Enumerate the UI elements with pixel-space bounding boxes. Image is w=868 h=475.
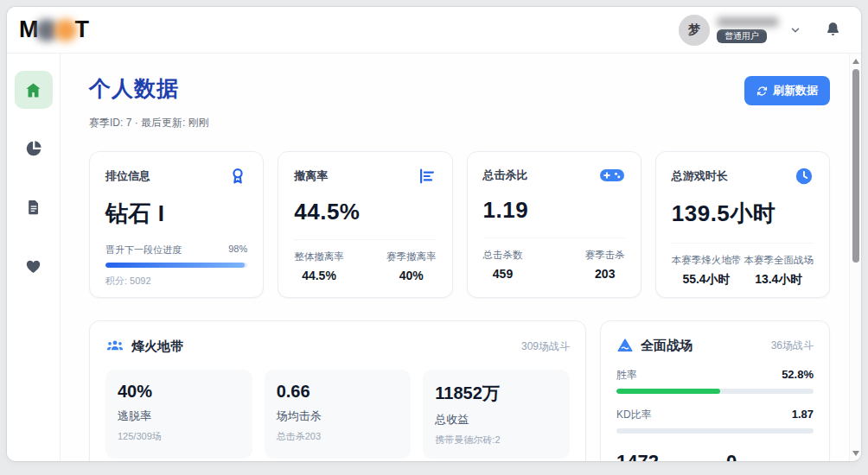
win-rate-value: 52.8% (782, 368, 814, 381)
battlefield-title: 全面战场 (641, 338, 692, 354)
win-rate-fill (616, 389, 720, 394)
rank-card: 排位信息 钻石 I 晋升下一段位进度 98% 积分: 5092 (89, 151, 264, 298)
users-icon (105, 337, 124, 356)
win-rate-track (616, 389, 814, 394)
medal-icon (228, 167, 247, 186)
tactical-battle-count: 309场战斗 (521, 339, 570, 354)
pie-chart-icon (24, 139, 43, 158)
logo-blurred-glyph-orange (54, 19, 77, 41)
vertical-scrollbar[interactable] (849, 54, 861, 461)
battlefield-battle-count: 36场战斗 (771, 339, 814, 353)
playtime-card: 总游戏时长 139.5小时 本赛季烽火地带 55.4小时 本赛季全面战场 13.… (655, 151, 830, 298)
rank-progress-label: 晋升下一段位进度 (105, 244, 182, 256)
sidebar-item-stats[interactable] (15, 130, 53, 168)
tactical-zone-card: 烽火地带 309场战斗 40% 逃脱率 125/309场 0.66 场均击杀 总… (89, 320, 586, 461)
season-meta: 赛季ID: 7 · 最后更新: 刚刚 (89, 116, 830, 130)
sidebar-item-home[interactable] (15, 71, 53, 109)
win-rate-label: 胜率 (616, 368, 637, 383)
rank-card-label: 排位信息 (105, 168, 150, 184)
total-profit-stat: 11852万 总收益 携带曼德尔砖:2 (423, 370, 570, 459)
top-bar: M T 梦 普通用户 (7, 7, 861, 54)
avatar[interactable]: 梦 (679, 15, 710, 46)
rank-value: 钻石 I (105, 199, 247, 229)
refresh-icon (756, 86, 768, 97)
user-menu[interactable]: 梦 普通用户 (679, 15, 801, 46)
extraction-rate-card: 撤离率 44.5% 整体撤离率 44.5% 赛季撤离率 40% (278, 151, 452, 298)
scrollbar-up-arrow[interactable] (852, 59, 859, 64)
escape-rate-stat: 40% 逃脱率 125/309场 (105, 370, 252, 459)
document-icon (25, 199, 42, 216)
battlefield-stat-left: 1472 (616, 451, 659, 461)
rank-progress-fill (105, 263, 245, 268)
logo-letter-t: T (75, 16, 89, 43)
refresh-data-button[interactable]: 刷新数据 (744, 76, 830, 105)
clock-icon (795, 167, 814, 186)
scrollbar-down-arrow[interactable] (852, 451, 859, 456)
main-content: 个人数据 刷新数据 赛季ID: 7 · 最后更新: 刚刚 排位信息 钻石 (61, 54, 849, 461)
kill-ratio-card: 总击杀比 1.19 总击杀数 459 赛季击杀 203 (467, 151, 641, 298)
gamepad-icon (599, 167, 625, 184)
kd-ratio-track (616, 428, 814, 434)
sidebar-item-records[interactable] (15, 188, 53, 226)
scrollbar-thumb[interactable] (852, 69, 859, 263)
battlefield-card: 全面战场 36场战斗 胜率 52.8% KD比率 1.87 (600, 320, 830, 461)
rank-progress-pct: 98% (228, 244, 247, 256)
notification-bell-icon[interactable] (824, 21, 842, 39)
sidebar-item-favorites[interactable] (15, 247, 53, 285)
user-meta: 普通用户 (717, 17, 779, 43)
app-window: M T 梦 普通用户 (7, 7, 861, 461)
avg-kills-stat: 0.66 场均击杀 总击杀203 (265, 370, 412, 459)
sidebar (7, 54, 61, 461)
rank-score: 积分: 5092 (105, 275, 247, 288)
kd-ratio-label: KD比率 (616, 408, 652, 422)
user-role-badge: 普通用户 (717, 29, 767, 43)
tactical-zone-title: 烽火地带 (131, 339, 183, 355)
battlefield-stat-right: 0 (726, 451, 737, 461)
bar-chart-icon (418, 167, 437, 186)
mountain-icon (616, 337, 634, 354)
home-icon (24, 81, 42, 99)
app-logo: M T (19, 16, 88, 43)
mode-cards-row: 烽火地带 309场战斗 40% 逃脱率 125/309场 0.66 场均击杀 总… (89, 320, 830, 461)
kd-ratio-value: 1.87 (792, 408, 814, 421)
chevron-down-icon[interactable] (789, 24, 801, 36)
stat-cards-row: 排位信息 钻石 I 晋升下一段位进度 98% 积分: 5092 (89, 151, 830, 298)
page-title: 个人数据 (89, 74, 179, 103)
username-redacted (717, 17, 779, 27)
rank-progress-track (105, 263, 247, 268)
heart-icon (24, 257, 42, 276)
